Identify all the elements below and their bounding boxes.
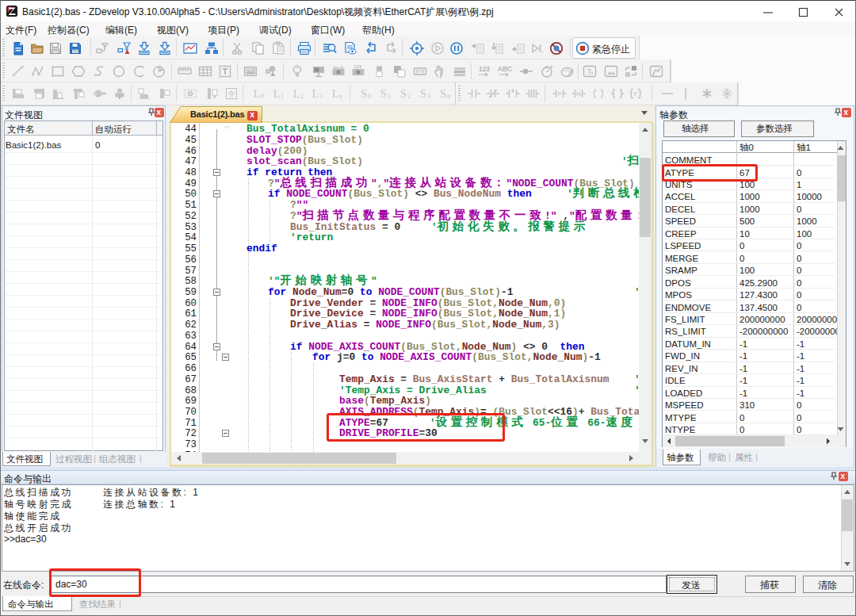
svg-text:L: L (273, 88, 281, 100)
svg-text:L: L (254, 88, 261, 100)
svg-text:n: n (447, 93, 450, 100)
svg-text:P: P (557, 90, 561, 98)
svg-text:0: 0 (261, 93, 264, 100)
svg-text:n: n (339, 93, 342, 100)
svg-text:L: L (332, 88, 339, 100)
svg-text:2: 2 (407, 93, 411, 100)
svg-text:S: S (440, 88, 446, 100)
svg-text:L: L (312, 88, 319, 100)
svg-text:1: 1 (388, 93, 391, 100)
svg-text:F: F (634, 90, 638, 98)
svg-text:BTN: BTN (416, 69, 425, 74)
svg-text:3: 3 (427, 93, 430, 100)
svg-text:S: S (361, 88, 367, 100)
svg-text:123: 123 (479, 65, 490, 73)
svg-text:0: 0 (368, 93, 371, 100)
svg-text:S: S (400, 88, 407, 100)
svg-text:1: 1 (281, 93, 284, 100)
svg-text:N: N (576, 90, 581, 98)
svg-text:2: 2 (300, 93, 304, 100)
svg-text:123: 123 (353, 64, 362, 69)
svg-text:3: 3 (319, 93, 323, 100)
svg-text:ABC: ABC (498, 65, 512, 73)
svg-text:S: S (420, 88, 426, 100)
svg-text:S: S (380, 88, 387, 100)
svg-text:T: T (587, 67, 591, 76)
svg-text:L: L (293, 88, 300, 100)
